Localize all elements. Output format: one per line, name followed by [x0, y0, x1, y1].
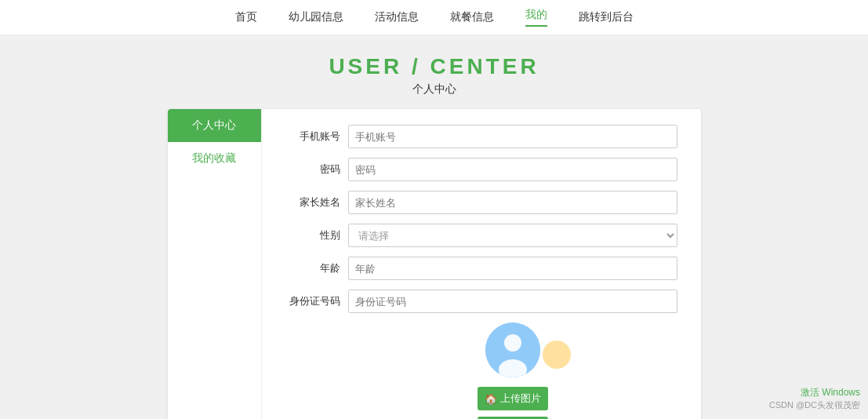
nav-item-mine[interactable]: 我的 [525, 8, 547, 27]
id-card-input[interactable] [348, 290, 677, 313]
password-input[interactable] [348, 158, 677, 181]
nav-item-home[interactable]: 首页 [235, 10, 257, 24]
page-title-en: USER / CENTER [0, 54, 868, 79]
parent-name-row: 家长姓名 [285, 191, 677, 214]
upload-icon: 🏠 [485, 393, 497, 405]
age-input[interactable] [348, 257, 677, 280]
content-panel: 个人中心 我的收藏 手机账号 密码 家长姓名 性别 [168, 109, 701, 419]
avatar-area: 🏠 上传图片 更新信息 退出登录 [348, 322, 677, 419]
gender-label: 性别 [285, 228, 340, 242]
action-buttons: 🏠 上传图片 更新信息 退出登录 [478, 387, 548, 419]
phone-row: 手机账号 [285, 125, 677, 148]
id-card-label: 身份证号码 [285, 294, 340, 308]
nav-item-meals[interactable]: 就餐信息 [450, 10, 494, 24]
nav-item-kindergarten[interactable]: 幼儿园信息 [289, 10, 343, 24]
sidebar-item-personal-center[interactable]: 个人中心 [168, 109, 261, 142]
upload-image-label: 上传图片 [500, 392, 541, 406]
phone-input[interactable] [348, 125, 677, 148]
csdn-label: CSDN @DC头发很茂密 [769, 399, 860, 411]
cursor-indicator [543, 341, 571, 369]
nav-item-activities[interactable]: 活动信息 [375, 10, 419, 24]
gender-select[interactable]: 请选择 男 女 [348, 224, 677, 247]
navigation: 首页 幼儿园信息 活动信息 就餐信息 我的 跳转到后台 [0, 0, 868, 35]
age-label: 年龄 [285, 261, 340, 275]
avatar [485, 322, 540, 377]
id-card-row: 身份证号码 [285, 290, 677, 313]
sidebar-item-favorites[interactable]: 我的收藏 [168, 142, 261, 175]
form-area: 手机账号 密码 家长姓名 性别 请选择 男 女 [262, 109, 701, 419]
parent-name-input[interactable] [348, 191, 677, 214]
watermark: 激活 Windows CSDN @DC头发很茂密 [769, 386, 860, 411]
password-row: 密码 [285, 158, 677, 181]
phone-label: 手机账号 [285, 129, 340, 144]
page-title-cn: 个人中心 [0, 82, 868, 97]
activate-windows-label: 激活 Windows [769, 386, 860, 399]
upload-image-button[interactable]: 🏠 上传图片 [478, 387, 548, 410]
page-header: USER / CENTER 个人中心 [0, 35, 868, 109]
nav-item-backend[interactable]: 跳转到后台 [579, 10, 634, 24]
gender-row: 性别 请选择 男 女 [285, 224, 677, 247]
age-row: 年龄 [285, 257, 677, 280]
parent-name-label: 家长姓名 [285, 195, 340, 210]
password-label: 密码 [285, 162, 340, 177]
main-content: 个人中心 我的收藏 手机账号 密码 家长姓名 性别 [0, 109, 868, 419]
sidebar: 个人中心 我的收藏 [168, 109, 262, 419]
svg-point-1 [504, 334, 521, 352]
